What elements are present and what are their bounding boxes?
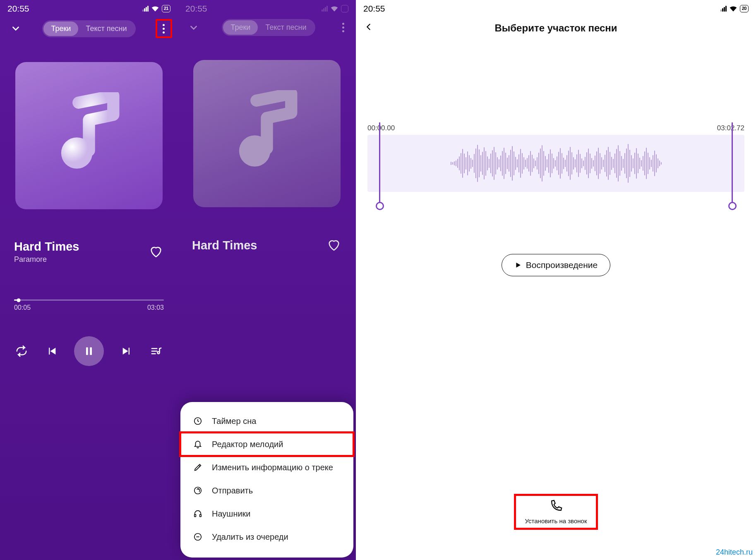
highlight-kebab [156,19,172,38]
waveform-editor[interactable]: 00:00.00 03:02.72 [367,124,744,192]
range-handle-end[interactable] [732,122,733,203]
tab-group: Треки Текст песни [42,20,135,37]
wifi-icon [330,5,338,12]
signal-icon [720,6,727,12]
collapse-button[interactable] [9,22,22,35]
tab-tracks[interactable]: Треки [43,22,78,36]
range-handle-start[interactable] [379,122,380,203]
phone-icon [549,499,563,513]
favorite-button[interactable] [327,238,342,253]
status-icons [322,5,348,12]
battery-icon: 20 [740,5,749,12]
tab-tracks[interactable]: Треки [223,20,258,35]
player-with-menu-screen: 20:55 Треки Текст песни Hard Times Та [178,0,356,560]
waveform-icon [451,144,662,183]
status-time: 20:55 [7,4,29,14]
next-button[interactable] [119,344,134,359]
track-title: Hard Times [192,239,257,252]
battery-icon: 21 [162,5,170,12]
menu-item-clock[interactable]: Таймер сна [180,409,353,433]
svg-rect-2 [90,347,92,355]
more-menu-button[interactable] [337,21,350,35]
status-icons: 20 [720,5,749,12]
status-bar: 20:55 [178,0,356,15]
music-note-icon [46,92,132,179]
battery-icon [341,5,348,12]
track-artist: Paramore [14,255,79,264]
preview-play-label: Воспроизведение [526,260,598,270]
tab-group: Треки Текст песни [222,19,315,36]
wifi-icon [729,5,737,12]
collapse-button[interactable] [187,21,200,34]
svg-point-0 [61,137,93,169]
menu-item-label: Таймер сна [212,416,256,426]
status-icons: 21 [142,5,170,12]
menu-item-bell[interactable]: Редактор мелодий [180,433,353,456]
status-time: 20:55 [363,4,385,14]
menu-item-label: Редактор мелодий [212,440,283,449]
time-elapsed: 00:05 [14,304,31,311]
queue-button[interactable] [149,344,164,359]
pencil-icon [193,462,203,472]
svg-rect-7 [200,515,202,517]
headphones-icon [193,509,203,519]
album-art [193,60,341,207]
pause-button[interactable] [74,336,104,366]
svg-rect-1 [86,347,88,355]
prev-button[interactable] [44,344,59,359]
top-controls: Треки Текст песни [0,15,178,38]
status-bar: 20:55 20 [356,0,756,15]
header-title: Выберите участок песни [364,22,748,34]
seek-bar[interactable] [14,299,164,301]
status-bar: 20:55 21 [0,0,178,15]
waveform-box [367,135,744,192]
share-icon [193,486,203,495]
music-note-icon [223,90,310,177]
options-sheet: Таймер снаРедактор мелодийИзменить инфор… [180,402,353,558]
playback-controls [0,336,178,366]
signal-icon [322,6,328,12]
album-art [15,62,163,209]
top-controls: Треки Текст песни [178,15,356,36]
range-start: 00:00.00 [367,124,395,132]
preview-play-button[interactable]: Воспроизведение [502,254,610,276]
repeat-button[interactable] [14,344,29,359]
menu-item-pencil[interactable]: Изменить информацию о треке [180,456,353,479]
clock-icon [193,416,203,426]
svg-point-5 [194,487,202,494]
svg-point-3 [239,135,271,167]
menu-item-share[interactable]: Отправить [180,479,353,502]
track-info-row: Hard Times Paramore [0,240,178,264]
track-info-row: Hard Times [178,238,356,253]
signal-icon [142,6,149,12]
set-as-ringtone-button[interactable]: Установить на звонок [515,495,597,529]
menu-item-label: Наушники [212,509,251,519]
watermark: 24hitech.ru [716,548,753,557]
more-menu-button[interactable] [157,22,170,36]
menu-item-label: Изменить информацию о треке [212,463,333,472]
header: Выберите участок песни [356,15,756,34]
time-labels: 00:05 03:03 [0,301,178,311]
range-end: 03:02.72 [717,124,744,132]
wifi-icon [151,5,159,12]
time-total: 03:03 [147,304,164,311]
player-screen: 20:55 21 Треки Текст песни Hard Tim [0,0,178,560]
minus-icon [193,532,203,542]
ringtone-editor-screen: 20:55 20 Выберите участок песни 00:00.00… [356,0,756,560]
tab-lyrics[interactable]: Текст песни [78,22,134,36]
status-time: 20:55 [185,4,207,14]
menu-item-minus[interactable]: Удалить из очереди [180,525,353,548]
menu-item-label: Удалить из очереди [212,532,288,542]
play-icon [514,261,522,269]
track-title: Hard Times [14,240,79,254]
favorite-button[interactable] [149,244,164,259]
tab-lyrics[interactable]: Текст песни [258,20,314,35]
menu-item-label: Отправить [212,486,253,495]
svg-rect-6 [194,515,196,517]
set-as-ringtone-label: Установить на звонок [525,517,587,524]
menu-item-headphones[interactable]: Наушники [180,502,353,525]
bell-icon [193,439,203,449]
